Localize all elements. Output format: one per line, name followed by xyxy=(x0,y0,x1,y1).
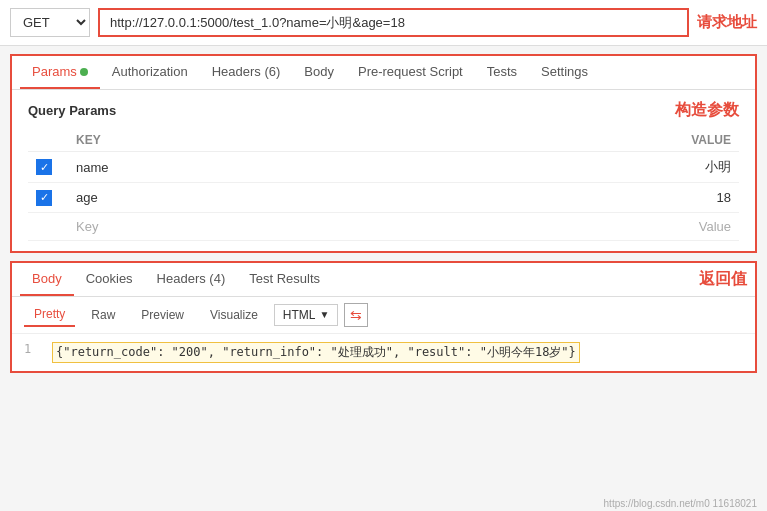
resp-tab-body[interactable]: Body xyxy=(20,263,74,296)
params-panel: Query Params 构造参数 KEY VALUE ✓ name 小明 xyxy=(12,90,755,251)
row1-checkbox[interactable]: ✓ xyxy=(36,159,52,175)
format-dropdown[interactable]: HTML ▼ xyxy=(274,304,339,326)
response-content: {"return_code": "200", "return_info": "处… xyxy=(52,342,580,363)
tab-headers[interactable]: Headers (6) xyxy=(200,56,293,89)
resp-tab-cookies[interactable]: Cookies xyxy=(74,263,145,296)
empty-key[interactable]: Key xyxy=(68,212,380,240)
format-btn-preview[interactable]: Preview xyxy=(131,304,194,326)
col-key: KEY xyxy=(68,129,380,152)
row2-checkbox-cell: ✓ xyxy=(28,183,68,213)
code-area: 1 {"return_code": "200", "return_info": … xyxy=(12,334,755,371)
empty-checkbox-cell xyxy=(28,212,68,240)
row1-checkbox-cell: ✓ xyxy=(28,152,68,183)
params-table: KEY VALUE ✓ name 小明 ✓ age 18 xyxy=(28,129,739,241)
request-bar: GET 请求地址 xyxy=(0,0,767,46)
col-checkbox xyxy=(28,129,68,152)
tab-params[interactable]: Params xyxy=(20,56,100,89)
response-annotation: 返回值 xyxy=(699,269,747,290)
response-tabs: Body Cookies Headers (4) Test Results 返回… xyxy=(12,263,755,297)
dropdown-label: HTML xyxy=(283,308,316,322)
row2-value[interactable]: 18 xyxy=(380,183,739,213)
row2-key[interactable]: age xyxy=(68,183,380,213)
tab-body[interactable]: Body xyxy=(292,56,346,89)
resp-tab-testresults[interactable]: Test Results xyxy=(237,263,332,296)
format-btn-pretty[interactable]: Pretty xyxy=(24,303,75,327)
row1-value[interactable]: 小明 xyxy=(380,152,739,183)
request-tabs: Params Authorization Headers (6) Body Pr… xyxy=(12,56,755,90)
table-row: ✓ age 18 xyxy=(28,183,739,213)
url-annotation: 请求地址 xyxy=(697,13,757,32)
response-panel: Body Cookies Headers (4) Test Results 返回… xyxy=(10,261,757,373)
params-annotation: 构造参数 xyxy=(675,100,739,121)
row2-checkbox[interactable]: ✓ xyxy=(36,190,52,206)
main-panel: Params Authorization Headers (6) Body Pr… xyxy=(10,54,757,253)
empty-row: Key Value xyxy=(28,212,739,240)
format-bar: Pretty Raw Preview Visualize HTML ▼ ⇆ xyxy=(12,297,755,334)
params-dot xyxy=(80,68,88,76)
wrap-icon[interactable]: ⇆ xyxy=(344,303,368,327)
chevron-down-icon: ▼ xyxy=(320,309,330,320)
col-value: VALUE xyxy=(380,129,739,152)
empty-value[interactable]: Value xyxy=(380,212,739,240)
tab-settings[interactable]: Settings xyxy=(529,56,600,89)
query-params-title: Query Params xyxy=(28,103,116,118)
tab-prerequest[interactable]: Pre-request Script xyxy=(346,56,475,89)
resp-tab-headers[interactable]: Headers (4) xyxy=(145,263,238,296)
params-header: Query Params 构造参数 xyxy=(28,100,739,121)
format-btn-raw[interactable]: Raw xyxy=(81,304,125,326)
table-row: ✓ name 小明 xyxy=(28,152,739,183)
tab-authorization[interactable]: Authorization xyxy=(100,56,200,89)
method-select[interactable]: GET xyxy=(10,8,90,37)
line-number: 1 xyxy=(24,342,40,363)
watermark: https://blog.csdn.net/m0 11618021 xyxy=(604,498,757,509)
url-input[interactable] xyxy=(98,8,689,37)
tab-tests[interactable]: Tests xyxy=(475,56,529,89)
row1-key[interactable]: name xyxy=(68,152,380,183)
format-btn-visualize[interactable]: Visualize xyxy=(200,304,268,326)
